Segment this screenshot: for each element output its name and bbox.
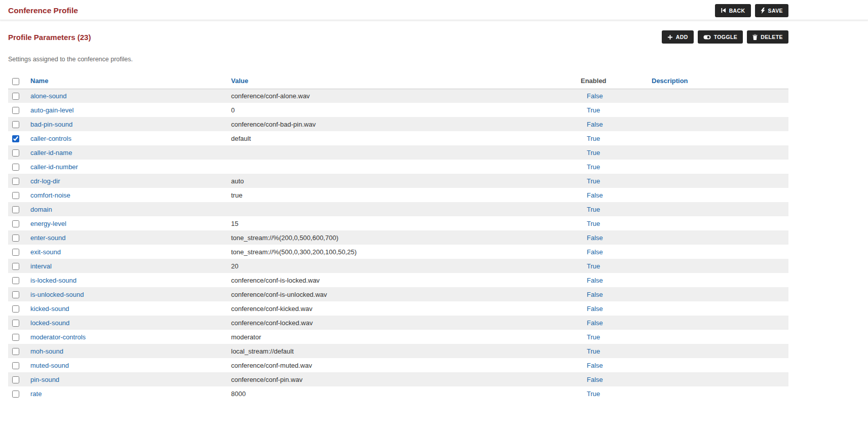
row-checkbox[interactable]: [12, 206, 19, 213]
delete-button-label: DELETE: [761, 34, 783, 40]
param-value: true: [231, 191, 242, 199]
param-value: tone_stream://%(200,0,500,600,700): [231, 234, 338, 242]
add-button-label: ADD: [676, 34, 688, 40]
param-enabled[interactable]: False: [581, 319, 603, 327]
param-name-link[interactable]: auto-gain-level: [30, 106, 73, 114]
row-checkbox[interactable]: [12, 348, 19, 355]
select-all-checkbox[interactable]: [12, 78, 19, 85]
row-checkbox[interactable]: [12, 192, 19, 199]
param-enabled[interactable]: True: [581, 262, 600, 270]
param-enabled[interactable]: True: [581, 106, 600, 114]
param-name-link[interactable]: caller-id-number: [30, 163, 78, 171]
param-name-link[interactable]: moh-sound: [30, 347, 63, 355]
param-enabled[interactable]: True: [581, 149, 600, 157]
param-enabled[interactable]: True: [581, 333, 600, 341]
param-name-link[interactable]: cdr-log-dir: [30, 177, 60, 185]
add-button[interactable]: ADD: [662, 30, 694, 44]
row-checkbox[interactable]: [12, 249, 19, 256]
param-enabled[interactable]: True: [581, 220, 600, 227]
table-row: enter-sound tone_stream://%(200,0,500,60…: [8, 230, 788, 245]
param-enabled[interactable]: False: [581, 234, 603, 242]
toggle-button[interactable]: TOGGLE: [698, 30, 743, 44]
table-row: auto-gain-level 0 True: [8, 103, 788, 117]
param-name-link[interactable]: enter-sound: [30, 234, 65, 242]
param-enabled[interactable]: False: [581, 121, 603, 128]
column-header-value[interactable]: Value: [227, 73, 577, 89]
param-value: conference/conf-is-locked.wav: [231, 277, 320, 284]
row-checkbox[interactable]: [12, 391, 19, 398]
row-checkbox[interactable]: [12, 93, 19, 100]
column-header-name[interactable]: Name: [26, 73, 227, 89]
row-checkbox[interactable]: [12, 107, 19, 114]
row-checkbox[interactable]: [12, 305, 19, 313]
param-name-link[interactable]: is-unlocked-sound: [30, 291, 84, 298]
param-enabled[interactable]: False: [581, 362, 603, 369]
table-row: moderator-controls moderator True: [8, 330, 788, 344]
table-row: interval 20 True: [8, 259, 788, 273]
topbar-actions: BACK SAVE: [715, 4, 788, 17]
param-name-link[interactable]: energy-level: [30, 220, 66, 227]
param-enabled[interactable]: False: [581, 191, 603, 199]
param-enabled[interactable]: True: [581, 163, 600, 171]
row-checkbox[interactable]: [12, 263, 19, 270]
table-row: cdr-log-dir auto True: [8, 174, 788, 188]
param-name-link[interactable]: bad-pin-sound: [30, 121, 72, 128]
param-name-link[interactable]: kicked-sound: [30, 305, 69, 313]
param-value: tone_stream://%(500,0,300,200,100,50,25): [231, 248, 357, 256]
delete-button[interactable]: DELETE: [747, 30, 788, 44]
row-checkbox[interactable]: [12, 334, 19, 341]
table-row: is-unlocked-sound conference/conf-is-unl…: [8, 287, 788, 301]
save-button[interactable]: SAVE: [755, 4, 788, 17]
row-checkbox[interactable]: [12, 164, 19, 171]
row-checkbox[interactable]: [12, 220, 19, 227]
param-enabled[interactable]: False: [581, 291, 603, 298]
bolt-icon: [761, 8, 765, 14]
row-checkbox[interactable]: [12, 135, 19, 142]
param-name-link[interactable]: rate: [30, 390, 42, 398]
row-checkbox[interactable]: [12, 320, 19, 327]
row-checkbox[interactable]: [12, 277, 19, 284]
table-row: alone-sound conference/conf-alone.wav Fa…: [8, 89, 788, 103]
param-name-link[interactable]: is-locked-sound: [30, 277, 77, 284]
param-value: moderator: [231, 333, 261, 341]
param-enabled[interactable]: True: [581, 347, 600, 355]
param-enabled[interactable]: False: [581, 92, 603, 100]
param-name-link[interactable]: pin-sound: [30, 376, 59, 383]
table-row: domain True: [8, 202, 788, 216]
param-name-link[interactable]: alone-sound: [30, 92, 67, 100]
param-value: conference/conf-locked.wav: [231, 319, 313, 327]
param-enabled[interactable]: False: [581, 277, 603, 284]
table-body: alone-sound conference/conf-alone.wav Fa…: [8, 89, 788, 401]
param-name-link[interactable]: domain: [30, 206, 52, 213]
toggle-button-label: TOGGLE: [714, 34, 738, 40]
column-header-enabled: Enabled: [577, 73, 648, 89]
param-enabled[interactable]: True: [581, 177, 600, 185]
parameters-table: Name Value Enabled Description alone-sou…: [8, 73, 788, 401]
table-row: comfort-noise true False: [8, 188, 788, 202]
back-button[interactable]: BACK: [715, 4, 751, 17]
param-name-link[interactable]: caller-controls: [30, 135, 71, 142]
param-enabled[interactable]: False: [581, 376, 603, 383]
param-name-link[interactable]: locked-sound: [30, 319, 69, 327]
row-checkbox[interactable]: [12, 362, 19, 369]
param-name-link[interactable]: exit-sound: [30, 248, 61, 256]
param-name-link[interactable]: caller-id-name: [30, 149, 72, 157]
row-checkbox[interactable]: [12, 235, 19, 242]
row-checkbox[interactable]: [12, 121, 19, 128]
param-name-link[interactable]: interval: [30, 262, 52, 270]
column-header-description[interactable]: Description: [648, 73, 788, 89]
param-enabled[interactable]: False: [581, 305, 603, 313]
row-checkbox[interactable]: [12, 178, 19, 185]
param-enabled[interactable]: True: [581, 135, 600, 142]
param-value: default: [231, 135, 251, 142]
param-name-link[interactable]: muted-sound: [30, 362, 69, 369]
table-row: locked-sound conference/conf-locked.wav …: [8, 316, 788, 330]
row-checkbox[interactable]: [12, 149, 19, 157]
param-enabled[interactable]: False: [581, 248, 603, 256]
param-name-link[interactable]: moderator-controls: [30, 333, 86, 341]
param-name-link[interactable]: comfort-noise: [30, 191, 70, 199]
param-enabled[interactable]: True: [581, 390, 600, 398]
row-checkbox[interactable]: [12, 291, 19, 298]
param-enabled[interactable]: True: [581, 206, 600, 213]
row-checkbox[interactable]: [12, 376, 19, 383]
